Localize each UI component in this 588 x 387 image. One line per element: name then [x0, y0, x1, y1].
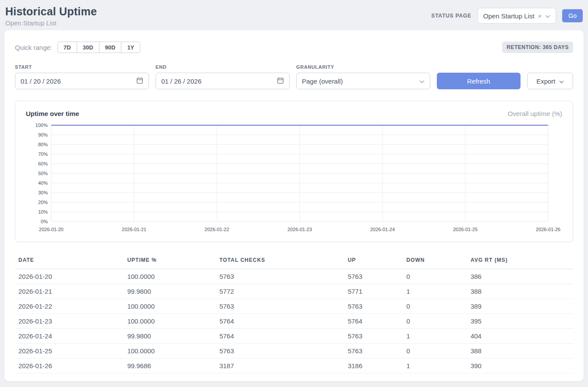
quick-range-1y-button[interactable]: 1Y	[121, 42, 140, 53]
export-button[interactable]: Export	[527, 73, 573, 89]
start-date-field: START 01 / 20 / 2026	[15, 64, 149, 89]
table-row: 2026-01-2499.9800576457631404	[15, 329, 573, 344]
retention-badge: RETENTION: 365 DAYS	[502, 42, 573, 53]
table-row: 2026-01-2699.9686318731861390	[15, 359, 573, 373]
table-row: 2026-01-25100.0000576357630388	[15, 344, 573, 359]
x-tick-label: 2026-01-21	[122, 227, 146, 232]
quick-range-row: Quick range: 7D30D90D1Y RETENTION: 365 D…	[15, 42, 573, 53]
table-cell: 5763	[216, 299, 344, 314]
go-button[interactable]: Go	[562, 9, 583, 22]
uptime-table: DATEUPTIME %TOTAL CHECKSUPDOWNAVG RT (MS…	[15, 253, 573, 373]
table-cell: 2026-01-21	[15, 284, 124, 299]
table-row: 2026-01-22100.0000576357630389	[15, 299, 573, 314]
granularity-field: GRANULARITY Page (overall)	[296, 64, 430, 89]
y-tick-label: 50%	[38, 171, 48, 176]
quick-range-label: Quick range:	[15, 44, 52, 51]
end-date-input[interactable]: 01 / 26 / 2026	[156, 73, 290, 89]
quick-range-30d-button[interactable]: 30D	[77, 42, 99, 53]
title-block: Historical Uptime Open Startup List	[5, 5, 97, 27]
end-date-field: END 01 / 26 / 2026	[156, 64, 290, 89]
y-tick-label: 20%	[38, 200, 48, 205]
uptime-chart-svg: 0%10%20%30%40%50%60%70%80%90%100%2026-01…	[26, 120, 562, 237]
export-button-label: Export	[536, 77, 555, 85]
chevron-down-icon	[419, 77, 425, 85]
uptime-chart-card: Uptime over time Overall uptime (%) 0%10…	[15, 101, 573, 242]
table-row: 2026-01-2199.9800577257711388	[15, 284, 573, 299]
table-cell: 395	[467, 314, 573, 329]
end-date-label: END	[156, 64, 290, 70]
header-controls: STATUS PAGE Open Startup List × Go	[431, 8, 583, 24]
table-column-header: AVG RT (MS)	[467, 253, 573, 269]
table-cell: 2026-01-23	[15, 314, 124, 329]
table-cell: 2026-01-22	[15, 299, 124, 314]
clear-selection-icon[interactable]: ×	[538, 13, 542, 19]
granularity-value: Page (overall)	[302, 77, 343, 85]
table-cell: 5763	[344, 329, 403, 344]
table-cell: 99.9800	[124, 329, 216, 344]
table-cell: 5771	[344, 284, 403, 299]
main-card: Quick range: 7D30D90D1Y RETENTION: 365 D…	[4, 30, 584, 381]
calendar-icon[interactable]	[136, 77, 143, 85]
page-title: Historical Uptime	[5, 5, 97, 18]
x-tick-label: 2026-01-25	[453, 227, 478, 232]
end-date-value: 01 / 26 / 2026	[161, 77, 202, 85]
table-cell: 404	[467, 329, 573, 344]
page-subtitle: Open Startup List	[5, 19, 97, 27]
table-column-header: UPTIME %	[124, 253, 216, 269]
start-date-label: START	[15, 64, 149, 70]
table-cell: 0	[403, 344, 467, 359]
table-cell: 2026-01-25	[15, 344, 124, 359]
y-tick-label: 80%	[38, 142, 48, 147]
quick-range-group: 7D30D90D1Y	[57, 42, 140, 53]
table-column-header: UP	[344, 253, 403, 269]
y-tick-label: 90%	[38, 132, 48, 137]
table-cell: 5763	[344, 344, 403, 359]
x-tick-label: 2026-01-22	[205, 227, 229, 232]
table-cell: 99.9800	[124, 284, 216, 299]
x-tick-label: 2026-01-26	[536, 227, 560, 232]
granularity-select[interactable]: Page (overall)	[296, 73, 430, 89]
table-cell: 389	[467, 299, 573, 314]
table-cell: 5763	[216, 269, 344, 284]
table-cell: 1	[403, 359, 467, 373]
chart-legend: Overall uptime (%)	[508, 110, 562, 117]
table-cell: 1	[403, 284, 467, 299]
granularity-label: GRANULARITY	[296, 64, 430, 70]
table-cell: 386	[467, 269, 573, 284]
x-tick-label: 2026-01-24	[370, 227, 395, 232]
status-page-select[interactable]: Open Startup List ×	[478, 8, 556, 24]
table-cell: 100.0000	[124, 299, 216, 314]
table-cell: 0	[403, 269, 467, 284]
x-tick-label: 2026-01-20	[39, 227, 64, 232]
chevron-down-icon	[559, 77, 564, 85]
quick-range-7d-button[interactable]: 7D	[57, 42, 77, 53]
table-cell: 5772	[216, 284, 344, 299]
refresh-button[interactable]: Refresh	[437, 73, 521, 89]
uptime-table-head-row: DATEUPTIME %TOTAL CHECKSUPDOWNAVG RT (MS…	[15, 253, 573, 269]
x-tick-label: 2026-01-23	[287, 227, 312, 232]
table-cell: 5763	[216, 344, 344, 359]
table-cell: 390	[467, 359, 573, 373]
calendar-icon[interactable]	[277, 77, 284, 85]
filter-form-row: START 01 / 20 / 2026 END 01 / 26 / 2026 …	[15, 64, 573, 89]
uptime-table-head: DATEUPTIME %TOTAL CHECKSUPDOWNAVG RT (MS…	[15, 253, 573, 269]
uptime-table-body: 2026-01-20100.00005763576303862026-01-21…	[15, 269, 573, 373]
table-row: 2026-01-23100.0000576457640395	[15, 314, 573, 329]
table-cell: 5764	[216, 314, 344, 329]
start-date-input[interactable]: 01 / 20 / 2026	[15, 73, 149, 89]
table-cell: 0	[403, 299, 467, 314]
quick-range-90d-button[interactable]: 90D	[99, 42, 122, 53]
table-cell: 100.0000	[124, 269, 216, 284]
y-tick-label: 30%	[38, 190, 48, 195]
table-cell: 3186	[344, 359, 403, 373]
y-tick-label: 100%	[35, 123, 48, 128]
table-column-header: DOWN	[403, 253, 467, 269]
table-cell: 5764	[344, 314, 403, 329]
y-tick-label: 70%	[38, 151, 48, 157]
table-cell: 99.9686	[124, 359, 216, 373]
table-cell: 2026-01-24	[15, 329, 124, 344]
y-tick-label: 40%	[38, 180, 48, 186]
table-cell: 3187	[216, 359, 344, 373]
table-cell: 5763	[344, 299, 403, 314]
table-cell: 2026-01-20	[15, 269, 124, 284]
